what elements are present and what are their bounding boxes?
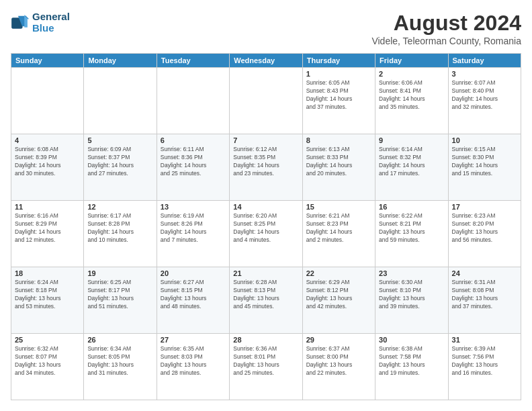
calendar-cell: 19Sunrise: 6:25 AM Sunset: 8:17 PM Dayli… [84, 267, 157, 334]
day-info: Sunrise: 6:28 AM Sunset: 8:13 PM Dayligh… [233, 279, 298, 311]
calendar-cell: 16Sunrise: 6:22 AM Sunset: 8:21 PM Dayli… [375, 201, 448, 267]
day-info: Sunrise: 6:32 AM Sunset: 8:07 PM Dayligh… [15, 345, 80, 377]
calendar-cell [84, 68, 157, 134]
logo: General Blue [11, 11, 70, 34]
day-info: Sunrise: 6:27 AM Sunset: 8:15 PM Dayligh… [161, 279, 226, 311]
day-info: Sunrise: 6:24 AM Sunset: 8:18 PM Dayligh… [15, 279, 80, 311]
day-info: Sunrise: 6:25 AM Sunset: 8:17 PM Dayligh… [87, 279, 152, 311]
calendar-cell: 11Sunrise: 6:16 AM Sunset: 8:29 PM Dayli… [11, 201, 84, 267]
day-info: Sunrise: 6:16 AM Sunset: 8:29 PM Dayligh… [15, 212, 80, 244]
col-thursday: Thursday [302, 54, 375, 68]
calendar-cell: 4Sunrise: 6:08 AM Sunset: 8:39 PM Daylig… [11, 134, 84, 201]
day-info: Sunrise: 6:35 AM Sunset: 8:03 PM Dayligh… [161, 345, 226, 377]
col-monday: Monday [84, 54, 157, 68]
day-info: Sunrise: 6:08 AM Sunset: 8:39 PM Dayligh… [15, 146, 80, 178]
day-number: 8 [306, 136, 371, 144]
day-info: Sunrise: 6:31 AM Sunset: 8:08 PM Dayligh… [452, 279, 517, 311]
title-block: August 2024 Videle, Teleorman County, Ro… [371, 11, 521, 46]
calendar-cell: 20Sunrise: 6:27 AM Sunset: 8:15 PM Dayli… [157, 267, 229, 334]
day-number: 23 [379, 269, 444, 277]
day-info: Sunrise: 6:38 AM Sunset: 7:58 PM Dayligh… [379, 345, 444, 377]
calendar-cell: 1Sunrise: 6:05 AM Sunset: 8:43 PM Daylig… [302, 68, 375, 134]
calendar-week-3: 11Sunrise: 6:16 AM Sunset: 8:29 PM Dayli… [11, 201, 521, 267]
day-number: 3 [452, 70, 517, 78]
calendar-cell: 10Sunrise: 6:15 AM Sunset: 8:30 PM Dayli… [448, 134, 521, 201]
day-number: 1 [306, 70, 371, 78]
col-wednesday: Wednesday [230, 54, 302, 68]
day-info: Sunrise: 6:22 AM Sunset: 8:21 PM Dayligh… [379, 212, 444, 244]
day-number: 16 [379, 203, 444, 211]
day-info: Sunrise: 6:21 AM Sunset: 8:23 PM Dayligh… [306, 212, 371, 244]
day-number: 9 [379, 136, 444, 144]
day-info: Sunrise: 6:06 AM Sunset: 8:41 PM Dayligh… [379, 79, 444, 111]
calendar-cell [230, 68, 302, 134]
day-info: Sunrise: 6:39 AM Sunset: 7:56 PM Dayligh… [452, 345, 517, 377]
day-number: 29 [306, 336, 371, 344]
calendar-cell: 27Sunrise: 6:35 AM Sunset: 8:03 PM Dayli… [157, 334, 229, 400]
calendar-cell: 13Sunrise: 6:19 AM Sunset: 8:26 PM Dayli… [157, 201, 229, 267]
calendar-table: Sunday Monday Tuesday Wednesday Thursday… [11, 53, 521, 400]
day-number: 22 [306, 269, 371, 277]
calendar-cell: 25Sunrise: 6:32 AM Sunset: 8:07 PM Dayli… [11, 334, 84, 400]
header-row: Sunday Monday Tuesday Wednesday Thursday… [11, 54, 521, 68]
day-info: Sunrise: 6:37 AM Sunset: 8:00 PM Dayligh… [306, 345, 371, 377]
day-number: 27 [161, 336, 226, 344]
calendar-cell: 15Sunrise: 6:21 AM Sunset: 8:23 PM Dayli… [302, 201, 375, 267]
calendar-cell: 31Sunrise: 6:39 AM Sunset: 7:56 PM Dayli… [448, 334, 521, 400]
calendar-cell: 17Sunrise: 6:23 AM Sunset: 8:20 PM Dayli… [448, 201, 521, 267]
day-info: Sunrise: 6:36 AM Sunset: 8:01 PM Dayligh… [233, 345, 298, 377]
calendar-cell: 26Sunrise: 6:34 AM Sunset: 8:05 PM Dayli… [84, 334, 157, 400]
day-number: 13 [161, 203, 226, 211]
calendar-week-1: 1Sunrise: 6:05 AM Sunset: 8:43 PM Daylig… [11, 68, 521, 134]
calendar-cell: 30Sunrise: 6:38 AM Sunset: 7:58 PM Dayli… [375, 334, 448, 400]
day-number: 26 [87, 336, 152, 344]
day-number: 10 [452, 136, 517, 144]
calendar-cell: 28Sunrise: 6:36 AM Sunset: 8:01 PM Dayli… [230, 334, 302, 400]
location: Videle, Teleorman County, Romania [371, 36, 521, 46]
day-number: 30 [379, 336, 444, 344]
calendar-week-4: 18Sunrise: 6:24 AM Sunset: 8:18 PM Dayli… [11, 267, 521, 334]
col-sunday: Sunday [11, 54, 84, 68]
calendar-cell: 18Sunrise: 6:24 AM Sunset: 8:18 PM Dayli… [11, 267, 84, 334]
day-info: Sunrise: 6:15 AM Sunset: 8:30 PM Dayligh… [452, 146, 517, 178]
day-number: 28 [233, 336, 298, 344]
day-number: 21 [233, 269, 298, 277]
col-tuesday: Tuesday [157, 54, 229, 68]
day-number: 17 [452, 203, 517, 211]
day-number: 4 [15, 136, 80, 144]
day-info: Sunrise: 6:23 AM Sunset: 8:20 PM Dayligh… [452, 212, 517, 244]
calendar-cell: 5Sunrise: 6:09 AM Sunset: 8:37 PM Daylig… [84, 134, 157, 201]
day-number: 25 [15, 336, 80, 344]
day-number: 6 [161, 136, 226, 144]
calendar-cell: 14Sunrise: 6:20 AM Sunset: 8:25 PM Dayli… [230, 201, 302, 267]
calendar-cell [11, 68, 84, 134]
calendar-cell: 21Sunrise: 6:28 AM Sunset: 8:13 PM Dayli… [230, 267, 302, 334]
page: General Blue August 2024 Videle, Teleorm… [0, 0, 532, 411]
calendar-cell: 24Sunrise: 6:31 AM Sunset: 8:08 PM Dayli… [448, 267, 521, 334]
col-friday: Friday [375, 54, 448, 68]
calendar-cell: 12Sunrise: 6:17 AM Sunset: 8:28 PM Dayli… [84, 201, 157, 267]
day-number: 19 [87, 269, 152, 277]
day-info: Sunrise: 6:29 AM Sunset: 8:12 PM Dayligh… [306, 279, 371, 311]
day-number: 7 [233, 136, 298, 144]
day-info: Sunrise: 6:14 AM Sunset: 8:32 PM Dayligh… [379, 146, 444, 178]
day-info: Sunrise: 6:20 AM Sunset: 8:25 PM Dayligh… [233, 212, 298, 244]
calendar-week-5: 25Sunrise: 6:32 AM Sunset: 8:07 PM Dayli… [11, 334, 521, 400]
calendar: Sunday Monday Tuesday Wednesday Thursday… [11, 53, 521, 400]
day-info: Sunrise: 6:19 AM Sunset: 8:26 PM Dayligh… [161, 212, 226, 244]
day-info: Sunrise: 6:34 AM Sunset: 8:05 PM Dayligh… [87, 345, 152, 377]
calendar-cell: 6Sunrise: 6:11 AM Sunset: 8:36 PM Daylig… [157, 134, 229, 201]
month-title: August 2024 [371, 11, 521, 36]
day-info: Sunrise: 6:07 AM Sunset: 8:40 PM Dayligh… [452, 79, 517, 111]
day-number: 5 [87, 136, 152, 144]
calendar-cell: 23Sunrise: 6:30 AM Sunset: 8:10 PM Dayli… [375, 267, 448, 334]
day-number: 12 [87, 203, 152, 211]
col-saturday: Saturday [448, 54, 521, 68]
day-info: Sunrise: 6:30 AM Sunset: 8:10 PM Dayligh… [379, 279, 444, 311]
day-info: Sunrise: 6:05 AM Sunset: 8:43 PM Dayligh… [306, 79, 371, 111]
day-number: 18 [15, 269, 80, 277]
calendar-cell: 2Sunrise: 6:06 AM Sunset: 8:41 PM Daylig… [375, 68, 448, 134]
calendar-cell [157, 68, 229, 134]
calendar-cell: 9Sunrise: 6:14 AM Sunset: 8:32 PM Daylig… [375, 134, 448, 201]
day-info: Sunrise: 6:17 AM Sunset: 8:28 PM Dayligh… [87, 212, 152, 244]
